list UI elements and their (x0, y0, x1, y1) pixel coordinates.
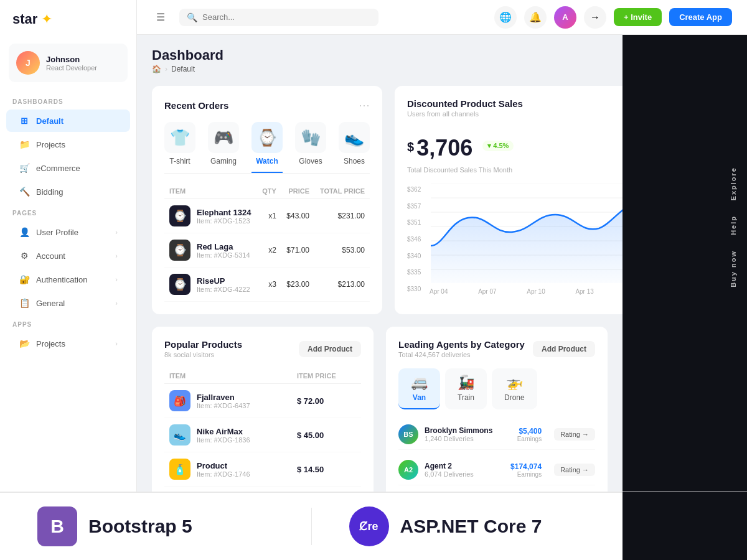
tab-shoes-label: Shoes (344, 157, 365, 166)
recent-orders-card: Recent Orders ⋯ 👕 T-shirt 🎮 Gaming (152, 86, 382, 314)
agent-deliveries: 6,074 Deliveries (425, 470, 504, 478)
tab-gaming[interactable]: 🎮 Gaming (208, 122, 239, 173)
tab-train-label: Train (458, 393, 474, 402)
tab-van[interactable]: 🚐 Van (398, 368, 440, 409)
search-icon: 🔍 (187, 12, 197, 22)
gaming-icon: 🎮 (208, 122, 239, 153)
bootstrap-icon: B (37, 506, 77, 546)
agents-add-button[interactable]: Add Product (533, 341, 595, 357)
product-id: Item: #XDG-1836 (197, 436, 250, 444)
ecommerce-icon: 🛒 (19, 162, 30, 174)
agent-avatar: BS (398, 424, 418, 444)
table-row: 🧴 Product Item: #XDG-1746 $ 14.50 (164, 452, 361, 487)
breadcrumb-current: Default (171, 65, 195, 73)
projects-icon: 📁 (19, 139, 30, 150)
col-product-price: ITEM PRICE (292, 368, 361, 384)
dotnet-icon: Ȼre (349, 506, 389, 546)
tab-shoes[interactable]: 👟 Shoes (339, 122, 370, 173)
main-area: ☰ 🔍 🌐 🔔 A → + Invite Create App Dashboar… (137, 0, 747, 560)
tshirt-icon: 👕 (164, 122, 195, 153)
product-id: Item: #XDG-1746 (197, 470, 250, 478)
watch-icon: ⌚ (251, 122, 283, 153)
sidebar-item-ecommerce[interactable]: 🛒 eCommerce (6, 157, 130, 179)
sidebar-item-user-profile[interactable]: 👤 User Profile › (6, 221, 130, 243)
product-price: $ 45.00 (292, 418, 361, 452)
item-name: RiseUP (197, 276, 250, 286)
item-id: Item: #XDG-5314 (197, 251, 250, 259)
tab-watch[interactable]: ⌚ Watch (251, 122, 283, 173)
sidebar-item-projects[interactable]: 📁 Projects (6, 133, 130, 156)
top-cards-row: Recent Orders ⋯ 👕 T-shirt 🎮 Gaming (152, 86, 608, 314)
product-icon: 🎒 (169, 390, 190, 411)
bootstrap-item: B Bootstrap 5 (0, 506, 311, 546)
product-price: $ 14.50 (292, 452, 361, 487)
popular-products-title: Popular Products (164, 339, 242, 350)
buy-now-label[interactable]: Buy now (720, 243, 747, 295)
order-qty: x2 (257, 233, 281, 268)
projects-app-icon: 📂 (19, 338, 30, 349)
gloves-icon: 🧤 (295, 122, 326, 153)
product-icon: 🧴 (169, 459, 190, 480)
sidebar-item-account[interactable]: ⚙ Account › (6, 245, 130, 267)
sidebar-logo: star✦ (0, 0, 136, 39)
popular-products-header: Popular Products 8k social visitors Add … (164, 339, 361, 358)
arrow-right-icon[interactable]: → (584, 6, 606, 29)
tab-gloves[interactable]: 🧤 Gloves (295, 122, 326, 173)
chart-label: $362 (407, 186, 427, 193)
user-avatar-header[interactable]: A (554, 6, 576, 29)
tab-gaming-label: Gaming (210, 157, 237, 166)
help-label[interactable]: Help (720, 208, 747, 243)
rating-button[interactable]: Rating → (554, 428, 595, 441)
content-main: Dashboard 🏠 › Default Recent Orders ⋯ (137, 35, 622, 560)
sidebar-item-default[interactable]: ⊞ Default (6, 110, 130, 132)
order-qty: x1 (257, 199, 281, 233)
notifications-icon[interactable]: 🔔 (524, 6, 547, 29)
globe-icon[interactable]: 🌐 (494, 6, 517, 29)
chart-label: $340 (407, 253, 427, 259)
agent-earnings: $174,074 (510, 462, 542, 471)
products-table: ITEM ITEM PRICE 🎒 Fjallraven (164, 368, 361, 487)
home-icon[interactable]: 🏠 (152, 65, 161, 73)
product-icon: 👟 (169, 424, 190, 446)
rating-button[interactable]: Rating → (554, 464, 595, 476)
chart-svg-area (431, 184, 622, 286)
chevron-down-icon: › (115, 228, 118, 236)
tab-tshirt[interactable]: 👕 T-shirt (164, 122, 195, 173)
col-qty: QTY (257, 184, 281, 199)
product-id: Item: #XDG-6437 (197, 402, 250, 409)
general-icon: 📋 (19, 297, 30, 309)
chart-container: $362 $357 $351 $346 $340 $335 $330 (407, 184, 622, 295)
sidebar-item-authentication[interactable]: 🔐 Authentication › (6, 268, 130, 291)
add-product-button[interactable]: Add Product (299, 341, 361, 357)
tab-train[interactable]: 🚂 Train (445, 368, 487, 409)
overlay-bar: B Bootstrap 5 Ȼre ASP.NET Core 7 (0, 492, 747, 560)
collapse-button[interactable]: ☰ (152, 9, 169, 26)
invite-button[interactable]: + Invite (614, 8, 662, 26)
create-app-button[interactable]: Create App (669, 8, 732, 26)
order-item-cell: ⌚ RiseUP Item: #XDG-4222 (164, 268, 257, 302)
breadcrumb-sep: › (165, 65, 167, 73)
card-menu-icon[interactable]: ⋯ (359, 98, 370, 112)
sidebar-item-label: Default (36, 116, 63, 126)
item-name: Elephant 1324 (197, 208, 251, 217)
tab-drone[interactable]: 🚁 Drone (492, 368, 537, 409)
order-tabs: 👕 T-shirt 🎮 Gaming ⌚ Watch 🧤 (164, 122, 370, 174)
sales-number: 3,706 (416, 135, 472, 161)
product-price: $ 72.00 (292, 384, 361, 418)
col-total: TOTAL PRICE (314, 184, 370, 199)
sidebar-item-projects-app[interactable]: 📂 Projects › (6, 332, 130, 355)
agent-deliveries: 1,240 Deliveries (425, 435, 511, 442)
item-id: Item: #XDG-1523 (197, 217, 251, 225)
user-card[interactable]: J Johnson React Developer (9, 44, 128, 82)
logo-text: star (12, 11, 37, 27)
agents-header: Leading Agents by Category Total 424,567… (398, 339, 595, 358)
explore-label[interactable]: Explore (720, 159, 747, 208)
col-price: PRICE (281, 184, 314, 199)
sidebar-item-general[interactable]: 📋 General › (6, 292, 130, 314)
agents-title: Leading Agents by Category (398, 339, 525, 350)
search-input[interactable] (202, 12, 371, 22)
account-icon: ⚙ (19, 250, 30, 261)
sidebar-item-bidding[interactable]: 🔨 Bidding (6, 180, 130, 203)
agent-earnings: $5,400 (517, 427, 542, 436)
agent-name: Brooklyn Simmons (425, 426, 511, 435)
